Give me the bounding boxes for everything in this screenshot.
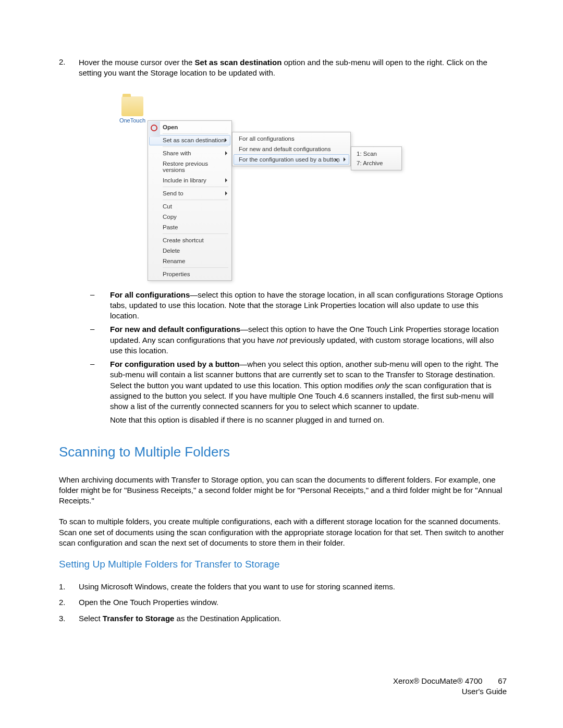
ol-num: 3.	[59, 613, 79, 624]
b2-italic: not	[276, 336, 287, 344]
folder-icon	[121, 96, 143, 116]
menu-restore[interactable]: Restore previous versions	[149, 158, 230, 175]
para-2: To scan to multiple folders, you create …	[59, 516, 507, 548]
b3-bold: For configuration used by a button	[110, 360, 239, 368]
menu-separator	[163, 200, 228, 200]
submenu-for-all[interactable]: For all configurations	[234, 133, 349, 144]
menu-delete[interactable]: Delete	[149, 245, 230, 256]
bullet-list: – For all configurations—select this opt…	[90, 290, 507, 426]
submenu-button-archive[interactable]: 7: Archive	[352, 158, 400, 168]
menu-paste[interactable]: Paste	[149, 222, 230, 232]
bullet-text: For new and default configurations—selec…	[110, 324, 507, 356]
context-menu: Open Set as scan destination Share with …	[148, 120, 232, 281]
menu-share-with[interactable]: Share with	[149, 148, 230, 158]
ol-text: Open the One Touch Properties window.	[79, 597, 507, 608]
menu-create-shortcut[interactable]: Create shortcut	[149, 235, 230, 245]
i3-bold: Transfer to Storage	[103, 614, 175, 623]
heading-scanning-multiple: Scanning to Multiple Folders	[59, 444, 507, 460]
list-item: 1. Using Microsoft Windows, create the f…	[59, 582, 507, 592]
submenu-buttons: 1: Scan 7: Archive	[351, 146, 402, 170]
menu-separator	[163, 187, 228, 187]
menu-separator	[163, 133, 228, 134]
bullet-dash: –	[90, 359, 110, 426]
menu-separator	[163, 267, 228, 268]
bullet-item: – For configuration used by a button—whe…	[90, 359, 507, 426]
submenu-for-new[interactable]: For new and default configurations	[234, 144, 349, 154]
bullet-item: – For new and default configurations—sel…	[90, 324, 507, 356]
b3-note: Note that this option is disabled if the…	[110, 415, 384, 424]
menu-properties[interactable]: Properties	[149, 269, 230, 279]
chevron-right-icon	[225, 138, 227, 142]
menu-cut[interactable]: Cut	[149, 201, 230, 212]
i3-b: as the Destination Application.	[174, 614, 281, 623]
footer-guide: User's Guide	[393, 686, 507, 697]
ol-num: 2.	[59, 597, 79, 608]
menu-set-as-scan-label: Set as scan destination	[163, 137, 225, 143]
menu-share-with-label: Share with	[163, 150, 191, 156]
step-number: 2.	[59, 57, 79, 79]
menu-include-library-label: Include in library	[163, 177, 206, 183]
para-1: When archiving documents with Transfer t…	[59, 475, 507, 507]
list-item: 3. Select Transfer to Storage as the Des…	[59, 613, 507, 624]
folder-label: OneTouch	[116, 117, 149, 124]
menu-include-library[interactable]: Include in library	[149, 175, 230, 186]
step-2: 2. Hover the mouse cursor over the Set a…	[59, 57, 507, 79]
submenu-button-scan[interactable]: 1: Scan	[352, 149, 400, 158]
ol-text: Select Transfer to Storage as the Destin…	[79, 613, 507, 624]
menu-rename[interactable]: Rename	[149, 256, 230, 266]
ol-text: Using Microsoft Windows, create the fold…	[79, 582, 507, 592]
i3-a: Select	[79, 614, 103, 623]
bullet-item: – For all configurations—select this opt…	[90, 290, 507, 322]
b3-italic: only	[375, 381, 390, 390]
menu-copy[interactable]: Copy	[149, 212, 230, 222]
cursor-icon: ↖	[334, 157, 339, 164]
bullet-text: For configuration used by a button—when …	[110, 359, 507, 426]
bullet-dash: –	[90, 324, 110, 356]
menu-send-to-label: Send to	[163, 190, 183, 196]
menu-send-to[interactable]: Send to	[149, 188, 230, 199]
submenu-scan-destination: For all configurations For new and defau…	[232, 132, 351, 166]
step-text: Hover the mouse cursor over the Set as s…	[79, 57, 507, 79]
folder-block: OneTouch	[116, 94, 149, 124]
target-icon	[151, 125, 157, 131]
ol-num: 1.	[59, 582, 79, 592]
menu-set-as-scan[interactable]: Set as scan destination	[149, 135, 230, 145]
submenu-for-button-label: For the configuration used by a button	[239, 156, 340, 163]
chevron-right-icon	[225, 191, 227, 195]
bullet-dash: –	[90, 290, 110, 322]
menu-open[interactable]: Open	[149, 122, 230, 132]
page-footer: Xerox® DocuMate® 4700 67 User's Guide	[393, 676, 507, 697]
b2-bold: For new and default configurations	[110, 325, 240, 334]
step2-text-before: Hover the mouse cursor over the	[79, 58, 195, 67]
heading-setting-up: Setting Up Multiple Folders for Transfer…	[59, 559, 507, 570]
chevron-right-icon	[344, 157, 346, 162]
bullet-text: For all configurations—select this optio…	[110, 290, 507, 322]
chevron-right-icon	[225, 178, 227, 182]
menu-separator	[163, 233, 228, 234]
step2-bold: Set as scan destination	[195, 58, 282, 67]
list-item: 2. Open the One Touch Properties window.	[59, 597, 507, 608]
b1-bold: For all configurations	[110, 290, 190, 299]
context-menu-screenshot: OneTouch Open Set as scan destination Sh…	[116, 94, 439, 274]
chevron-right-icon	[225, 151, 227, 155]
footer-page-number: 67	[498, 676, 507, 686]
footer-product: Xerox® DocuMate® 4700	[393, 676, 482, 686]
menu-icon-strip	[149, 121, 160, 137]
ordered-list: 1. Using Microsoft Windows, create the f…	[59, 582, 507, 624]
submenu-for-button[interactable]: For the configuration used by a button ↖	[234, 154, 349, 165]
menu-separator	[163, 146, 228, 147]
